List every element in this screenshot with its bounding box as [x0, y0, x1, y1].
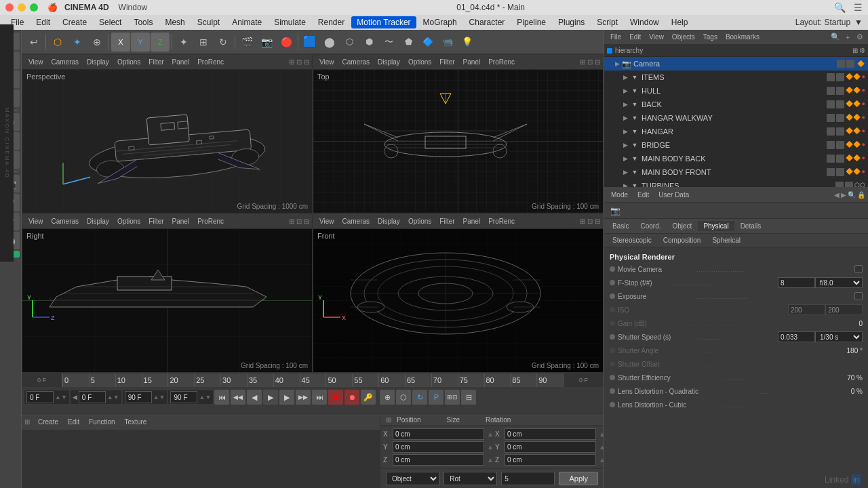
prev-keyframe-btn[interactable]: ◀◀: [231, 390, 245, 405]
menu-script[interactable]: Script: [591, 16, 623, 28]
hier-settings-icon[interactable]: ⚙: [854, 32, 865, 43]
props-lock-icon[interactable]: 🔒: [857, 191, 865, 199]
rend-mbb[interactable]: [836, 155, 844, 163]
hier-mbb[interactable]: ▶ ▼ MAIN BODY BACK 🔶🔶 ●: [604, 152, 868, 165]
vp-right-display-btn[interactable]: Display: [83, 217, 113, 226]
play-btn[interactable]: ▶: [263, 390, 278, 405]
rend-hangar[interactable]: [836, 127, 844, 136]
subtab-stereo[interactable]: Stereoscopic: [607, 235, 657, 245]
ptab-coord[interactable]: Coord.: [635, 221, 666, 231]
render-pic[interactable]: 🔴: [277, 33, 296, 52]
vp-prorenc-btn[interactable]: ProRenc: [194, 58, 227, 66]
move-tool[interactable]: ✦: [174, 33, 193, 52]
menu-plugins[interactable]: Plugins: [553, 16, 590, 28]
total-stepper[interactable]: ▲▼: [199, 394, 211, 401]
vp-top-panel-btn[interactable]: Panel: [460, 58, 484, 66]
loop-btn[interactable]: P: [429, 390, 443, 405]
render-icon[interactable]: [846, 60, 854, 68]
rend[interactable]: [836, 73, 844, 81]
light-tool[interactable]: 💡: [458, 33, 477, 52]
sphere-primitive[interactable]: ⬤: [320, 33, 339, 52]
ptab-details[interactable]: Details: [735, 221, 767, 231]
fps-btn[interactable]: ⊞⊡: [445, 390, 460, 405]
menu-edit[interactable]: Edit: [31, 16, 56, 28]
shutter-speed-input[interactable]: [778, 331, 815, 342]
hier-bookmarks-btn[interactable]: Bookmarks: [722, 33, 763, 41]
vis-mbf[interactable]: [827, 168, 835, 176]
vp-top-expand-icons[interactable]: ⊞ ⊡ ⊟: [580, 58, 600, 66]
ptab-basic[interactable]: Basic: [607, 221, 634, 231]
tag-1[interactable]: 🔶: [857, 60, 865, 67]
vp-front-view-btn[interactable]: View: [316, 217, 338, 226]
prev-frame-btn[interactable]: ◀: [247, 390, 262, 405]
vp-top-display-btn[interactable]: Display: [374, 58, 403, 66]
layer-expand-icon[interactable]: ⊞: [852, 47, 858, 54]
pos-z-stepper[interactable]: ▲: [487, 456, 494, 464]
maximize-button[interactable]: [30, 3, 38, 12]
menu-animate[interactable]: Animate: [226, 16, 267, 28]
frame-value[interactable]: [501, 472, 555, 485]
record-all-btn[interactable]: ⏺: [344, 390, 359, 405]
cube-primitive[interactable]: 🟦: [300, 33, 319, 52]
vp-right-filter-btn[interactable]: Filter: [145, 217, 167, 226]
minimize-button[interactable]: [18, 3, 26, 12]
hier-turbines[interactable]: ▶ ▼ TURBINES ⬡⬡: [604, 179, 868, 187]
vp-top-content[interactable]: Top: [313, 70, 603, 213]
vp-top-options-btn[interactable]: Options: [405, 58, 435, 66]
rend-hw[interactable]: [836, 114, 844, 122]
mat-texture-btn[interactable]: Texture: [121, 417, 151, 427]
vp-top-filter-btn[interactable]: Filter: [436, 58, 458, 66]
nurbs-tool[interactable]: ⬟: [399, 33, 418, 52]
vp-top-prorenc-btn[interactable]: ProRenc: [485, 58, 518, 66]
deformer-tool[interactable]: 🔷: [418, 33, 437, 52]
model-mode[interactable]: ⬡: [48, 33, 67, 52]
hier-hull[interactable]: ▶ ▼ HULL 🔶🔶 ●: [604, 84, 868, 98]
select-y[interactable]: Y: [131, 33, 150, 52]
start-frame-input[interactable]: [79, 391, 106, 403]
vp-right-prorenc-btn[interactable]: ProRenc: [194, 217, 227, 226]
menu-window[interactable]: Window: [625, 16, 665, 28]
menu-motion-tracker[interactable]: Motion Tracker: [351, 16, 416, 28]
current-frame-input[interactable]: [26, 391, 54, 403]
vp-right-content[interactable]: Right: [22, 229, 312, 372]
apply-button[interactable]: Apply: [559, 472, 598, 485]
viewport-solo[interactable]: 🎬: [237, 33, 256, 52]
hier-edit-btn[interactable]: Edit: [626, 33, 644, 41]
vis-icon[interactable]: [837, 60, 845, 68]
vp-filter-btn[interactable]: Filter: [145, 58, 167, 66]
close-button[interactable]: [5, 3, 14, 12]
size-z-input[interactable]: [505, 454, 596, 466]
vp-right-cameras-btn[interactable]: Cameras: [48, 217, 83, 226]
vp-options-btn[interactable]: Options: [114, 58, 144, 66]
menu-create[interactable]: Create: [57, 16, 92, 28]
scale-tool[interactable]: ⊞: [194, 33, 213, 52]
vp-perspective-content[interactable]: Perspective: [22, 70, 312, 213]
rotate-tool[interactable]: ↻: [214, 33, 233, 52]
size-y-input[interactable]: [505, 441, 596, 453]
vp-front-panel-btn[interactable]: Panel: [460, 217, 484, 226]
ptab-object[interactable]: Object: [667, 221, 697, 231]
hier-back[interactable]: ▶ ▼ BACK 🔶🔶 ●: [604, 98, 868, 111]
render-view[interactable]: 📷: [257, 33, 276, 52]
iso-input-2[interactable]: [825, 304, 863, 315]
vp-display-btn[interactable]: Display: [83, 58, 113, 66]
menu-select[interactable]: Select: [94, 16, 127, 28]
vp-front-options-btn[interactable]: Options: [405, 217, 435, 226]
select-all[interactable]: X: [111, 33, 130, 52]
props-mode-tab[interactable]: Mode: [607, 190, 632, 200]
rend-turbines[interactable]: [845, 182, 853, 187]
vis-hull[interactable]: [827, 87, 835, 95]
rend-back[interactable]: [836, 100, 844, 108]
vp-right-panel-btn[interactable]: Panel: [169, 217, 193, 226]
undo-icon[interactable]: ↩: [24, 33, 43, 52]
menu-mesh[interactable]: Mesh: [159, 16, 190, 28]
vp-front-content[interactable]: Front: [313, 229, 603, 372]
hier-mbf[interactable]: ▶ ▼ MAIN BODY FRONT 🔶🔶 ●: [604, 165, 868, 179]
vp-right-options-btn[interactable]: Options: [114, 217, 144, 226]
motion-path-btn[interactable]: ⊕: [380, 390, 395, 405]
cylinder-primitive[interactable]: ⬡: [340, 33, 359, 52]
start-stepper[interactable]: ▲▼: [107, 394, 119, 401]
texture-mode[interactable]: ✦: [68, 33, 87, 52]
timeline-ruler[interactable]: 0 F 0 5 10 15 20 25 30 35 40 45 50: [22, 373, 604, 387]
search-icon[interactable]: 🔍: [834, 2, 846, 13]
